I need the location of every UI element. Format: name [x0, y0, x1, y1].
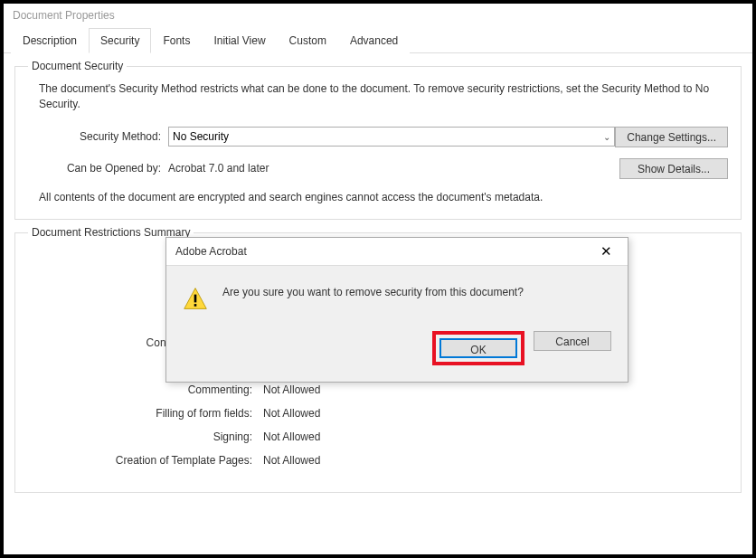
- tab-fonts[interactable]: Fonts: [151, 28, 202, 53]
- restriction-row: Creation of Template Pages:Not Allowed: [28, 454, 728, 467]
- tab-initial-view[interactable]: Initial View: [202, 28, 277, 53]
- document-security-legend: Document Security: [28, 60, 127, 72]
- restriction-label: Signing:: [28, 430, 263, 443]
- tab-description[interactable]: Description: [11, 28, 89, 53]
- tab-security[interactable]: Security: [89, 28, 151, 53]
- document-security-group: Document Security The document's Securit…: [14, 66, 742, 220]
- restriction-value: Not Allowed: [263, 430, 320, 443]
- restriction-value: Not Allowed: [263, 407, 320, 420]
- opened-by-value: Acrobat 7.0 and later: [168, 162, 269, 175]
- restriction-label: Filling of form fields:: [28, 407, 263, 420]
- restriction-row: Commenting:Not Allowed: [28, 383, 728, 396]
- restriction-row: Signing:Not Allowed: [28, 430, 728, 443]
- restriction-label: Commenting:: [28, 383, 263, 396]
- window-title: Document Properties: [4, 4, 752, 27]
- dialog-title: Adobe Acrobat: [175, 245, 247, 258]
- encryption-note: All contents of the document are encrypt…: [39, 190, 728, 205]
- dialog-titlebar[interactable]: Adobe Acrobat ✕: [166, 238, 628, 266]
- restriction-label: Creation of Template Pages:: [28, 454, 263, 467]
- confirm-dialog: Adobe Acrobat ✕ Are you sure you want to…: [165, 237, 628, 383]
- restriction-value: Not Allowed: [263, 383, 320, 396]
- svg-rect-2: [194, 304, 197, 307]
- change-settings-button[interactable]: Change Settings...: [615, 127, 728, 147]
- dialog-message: Are you sure you want to remove security…: [222, 286, 524, 311]
- restriction-row: Filling of form fields:Not Allowed: [28, 407, 728, 420]
- show-details-button[interactable]: Show Details...: [619, 158, 728, 179]
- ok-button[interactable]: OK: [439, 338, 517, 358]
- restriction-value: Not Allowed: [263, 454, 320, 467]
- chevron-down-icon: ⌄: [603, 132, 610, 142]
- security-description: The document's Security Method restricts…: [39, 81, 728, 112]
- cancel-button[interactable]: Cancel: [534, 331, 611, 351]
- warning-icon: [183, 286, 208, 311]
- security-method-value: No Security: [173, 130, 229, 143]
- opened-by-label: Can be Opened by:: [28, 162, 168, 175]
- tab-advanced[interactable]: Advanced: [338, 28, 410, 53]
- close-icon[interactable]: ✕: [593, 243, 619, 260]
- security-method-label: Security Method:: [28, 130, 168, 143]
- tabs: Description Security Fonts Initial View …: [4, 27, 752, 53]
- security-method-select[interactable]: No Security ⌄: [168, 127, 615, 147]
- ok-highlight: OK: [432, 331, 524, 365]
- tab-custom[interactable]: Custom: [278, 28, 338, 53]
- svg-rect-1: [194, 295, 197, 303]
